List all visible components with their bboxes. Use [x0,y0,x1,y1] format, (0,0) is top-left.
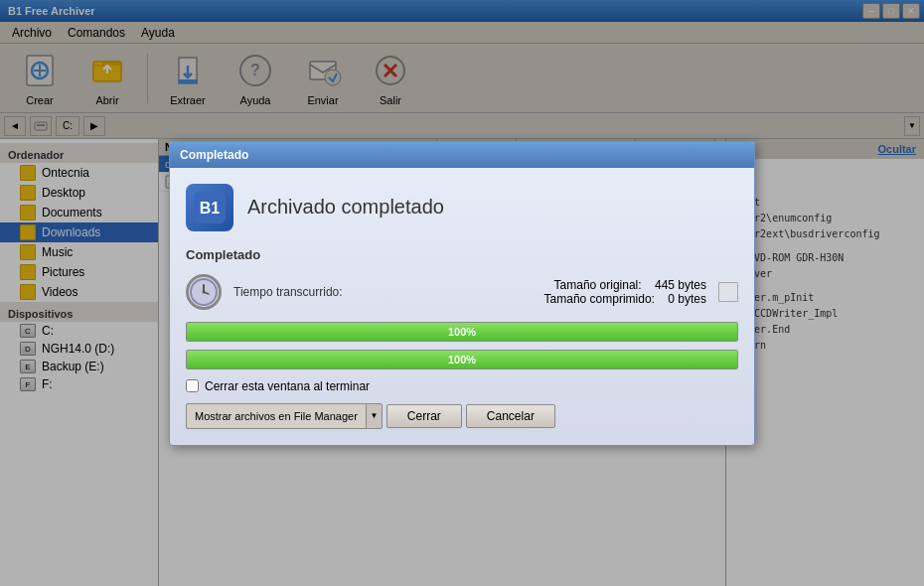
clock-icon [186,274,222,310]
modal-title-bar: Completado [170,142,754,168]
close-checkbox[interactable] [186,379,199,392]
show-files-btn[interactable]: Mostrar archivos en File Manager ▼ [186,403,383,429]
size-original-value: 445 bytes [655,278,706,292]
close-button[interactable]: Cerrar [386,404,462,428]
progress-fill-2: 100% [187,351,737,368]
progress-label-2: 100% [448,354,476,366]
time-label: Tiempo transcurrido: [233,285,343,299]
checkbox-row: Cerrar esta ventana al terminar [186,379,738,393]
progress-fill-1: 100% [187,323,737,341]
time-info: Tiempo transcurrido: [233,285,533,299]
size-compressed-value: 0 bytes [668,292,706,306]
modal-stats-row: Tiempo transcurrido: Tamaño original: 44… [186,274,738,310]
show-files-label[interactable]: Mostrar archivos en File Manager [187,410,366,422]
svg-text:B1: B1 [200,200,221,217]
modal-title: Completado [180,148,248,162]
progress-bar-1: 100% [186,322,738,342]
modal-header-row: B1 Archivado completado [186,184,738,231]
modal-overlay: Completado B1 Archivado completado Compl… [0,0,924,586]
modal-section-title: Completado [186,247,738,262]
size-original-label: Tamaño original: [554,278,642,292]
progress-bar-1-container: 100% [186,322,738,342]
modal-dialog: Completado B1 Archivado completado Compl… [169,141,755,446]
modal-main-title: Archivado completado [247,196,444,219]
size-info: Tamaño original: 445 bytes Tamaño compri… [544,278,706,306]
modal-buttons: Mostrar archivos en File Manager ▼ Cerra… [186,403,738,429]
progress-bar-2: 100% [186,350,738,369]
show-files-arrow[interactable]: ▼ [366,404,382,428]
close-checkbox-label: Cerrar esta ventana al terminar [205,379,370,393]
modal-body: B1 Archivado completado Completado [170,168,754,445]
cancel-button[interactable]: Cancelar [466,404,555,428]
progress-label-1: 100% [448,326,476,338]
size-compressed-row: Tamaño comprimido: 0 bytes [544,292,706,306]
progress-bar-2-container: 100% [186,350,738,369]
status-square [718,282,738,302]
size-original-row: Tamaño original: 445 bytes [544,278,706,292]
size-compressed-label: Tamaño comprimido: [544,292,655,306]
b1-logo: B1 [186,184,233,231]
